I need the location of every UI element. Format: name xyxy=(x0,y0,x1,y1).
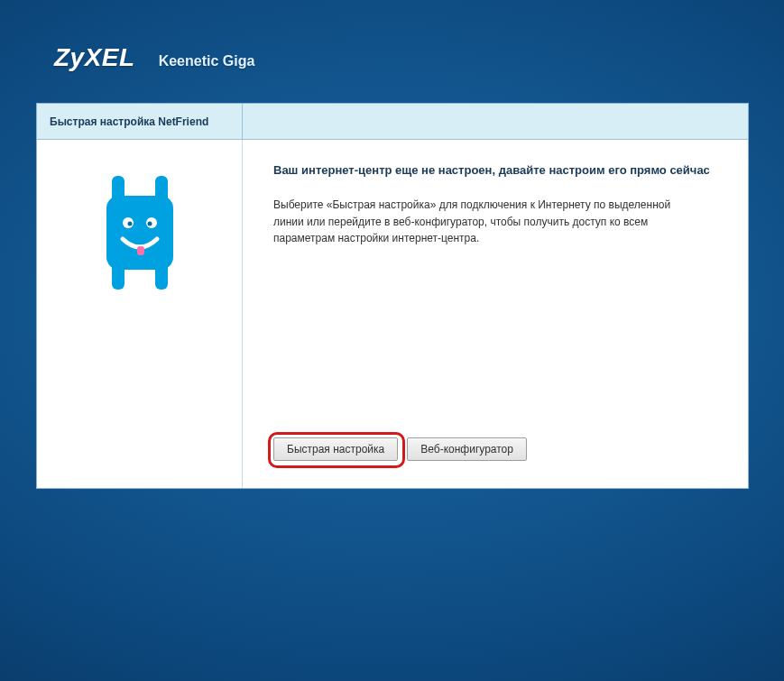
setup-description: Выберите «Быстрая настройка» для подключ… xyxy=(273,197,688,247)
brand-logo: ZyXEL xyxy=(54,43,135,72)
web-configurator-button[interactable]: Веб-конфигуратор xyxy=(407,437,527,461)
tab-bar-filler xyxy=(243,104,748,140)
device-model: Keenetic Giga xyxy=(159,53,255,69)
svg-rect-2 xyxy=(106,196,173,270)
svg-rect-3 xyxy=(112,262,125,290)
netfriend-mascot-icon xyxy=(99,176,180,293)
content-area: Ваш интернет-центр еще не настроен, дава… xyxy=(243,140,748,488)
tab-label: Быстрая настройка NetFriend xyxy=(50,115,208,128)
window: ZyXEL Keenetic Giga Быстрая настройка Ne… xyxy=(0,0,784,681)
header: ZyXEL Keenetic Giga xyxy=(18,18,766,103)
svg-point-8 xyxy=(147,222,152,226)
button-row: Быстрая настройка Веб-конфигуратор xyxy=(273,437,717,470)
svg-rect-4 xyxy=(155,262,168,290)
setup-heading: Ваш интернет-центр еще не настроен, дава… xyxy=(273,163,717,177)
tab-quick-setup[interactable]: Быстрая настройка NetFriend xyxy=(37,104,243,140)
main-panel: Быстрая настройка NetFriend xyxy=(36,103,749,489)
svg-point-7 xyxy=(127,222,132,226)
quick-setup-button[interactable]: Быстрая настройка xyxy=(273,437,398,461)
sidebar xyxy=(37,140,243,488)
svg-rect-9 xyxy=(137,246,144,255)
